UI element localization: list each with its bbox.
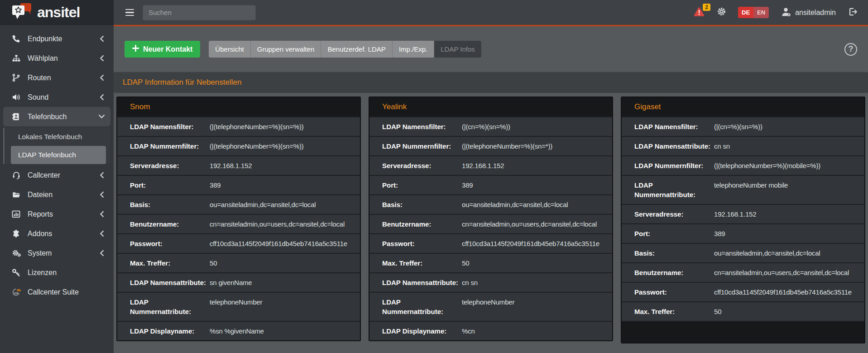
volume-icon xyxy=(12,93,23,102)
new-contact-button[interactable]: Neuer Kontakt xyxy=(125,41,200,58)
info-label: LDAP Nummernattribute: xyxy=(634,180,714,199)
plus-icon xyxy=(132,45,139,53)
info-value: telephoneNumber xyxy=(462,297,514,316)
sidebar-item-callcenter[interactable]: Callcenter xyxy=(0,165,114,185)
info-row: LDAP Nummernattribute: telephoneNumber xyxy=(369,292,612,321)
info-row: LDAP Namensattribute: cn sn xyxy=(369,272,612,292)
info-label: LDAP Nummernfilter: xyxy=(130,141,210,151)
info-value: ou=ansiteladmin,dc=ansitel,dc=local xyxy=(462,200,568,209)
info-label: LDAP Namensattribute: xyxy=(382,278,462,287)
info-value: 50 xyxy=(462,258,469,268)
panel-body: LDAP Namensfilter: (|(cn=%)(sn=%)) LDAP … xyxy=(622,116,864,343)
help-icon: ? xyxy=(849,44,854,54)
sidebar-item-label: Sound xyxy=(28,93,48,102)
logout-button[interactable] xyxy=(848,7,858,18)
info-value: telephoneNumber mobile xyxy=(714,180,788,199)
info-label: Benutzername: xyxy=(382,219,462,229)
toolbar-button-uebersicht[interactable]: Übersicht xyxy=(209,41,250,58)
info-label: LDAP Displayname: xyxy=(382,326,462,336)
info-value: cn sn xyxy=(462,278,478,287)
info-value: 50 xyxy=(714,307,721,316)
folder-icon xyxy=(12,191,23,199)
cs-icon: cs xyxy=(12,288,23,297)
content: Neuer Kontakt ÜbersichtGruppen verwalten… xyxy=(114,26,868,353)
toolbar-button-imp-exp[interactable]: Imp./Exp. xyxy=(393,41,434,58)
addressbook-icon xyxy=(12,112,23,121)
panel-title: Yealink xyxy=(382,102,407,111)
sidebar-item-telefonbuch[interactable]: Telefonbuch xyxy=(3,107,110,126)
info-value: 389 xyxy=(210,180,221,190)
sidebar-subitem-lokales-telefonbuch[interactable]: Lokales Telefonbuch xyxy=(4,128,110,146)
chevron-left-icon xyxy=(100,172,104,178)
chevron-left-icon xyxy=(100,250,104,256)
ldap-panels: Snom LDAP Namensfilter: (|(telephoneNumb… xyxy=(116,97,865,343)
info-label: Max. Treffer: xyxy=(382,258,462,268)
info-label: Max. Treffer: xyxy=(634,307,714,316)
panel-title: Gigaset xyxy=(634,102,661,111)
sidebar-item-routen[interactable]: Routen xyxy=(0,68,114,87)
chart-icon xyxy=(12,210,23,218)
sidebar-item-system[interactable]: System xyxy=(0,243,114,263)
panel-header: Yealink xyxy=(369,97,612,116)
sidebar-item-label: Dateien xyxy=(28,191,53,199)
language-toggle[interactable]: DE EN xyxy=(738,7,769,18)
info-value: cn=ansiteladmin,ou=users,dc=ansitel,dc=l… xyxy=(462,219,597,229)
sidebar-item-lizenzen[interactable]: Lizenzen xyxy=(0,263,114,282)
lang-de[interactable]: DE xyxy=(738,7,753,18)
topbar-right: 2 DE EN xyxy=(693,7,858,19)
toolbar-button-gruppen-verwalten[interactable]: Gruppen verwalten xyxy=(251,41,321,58)
settings-button[interactable] xyxy=(717,7,726,18)
app-window: ansitel Endpunkte Wählplan Routen Sound … xyxy=(0,0,868,353)
info-row: Serveradresse: 192.168.1.152 xyxy=(369,155,612,175)
username: ansiteladmin xyxy=(795,9,836,17)
sidebar-subitem-ldap-telefonbuch[interactable]: LDAP Telefonbuch xyxy=(11,146,106,164)
info-label: Max. Treffer: xyxy=(130,258,210,268)
user-menu[interactable]: ansiteladmin xyxy=(781,7,836,18)
search-input[interactable] xyxy=(143,5,256,20)
svg-text:cs: cs xyxy=(14,290,18,295)
info-row: Port: 389 xyxy=(369,175,612,194)
chevron-left-icon xyxy=(100,192,104,198)
info-row: Passwort: cff10cd3a1145f2049f161db45eb74… xyxy=(622,282,864,301)
info-value: cff10cd3a1145f2049f161db45eb7416a5c3511e xyxy=(714,287,852,297)
info-label: Benutzername: xyxy=(130,219,210,229)
info-row: LDAP Nummernfilter: (|(telephoneNumber=%… xyxy=(369,136,612,155)
sidebar-item-waehlplan[interactable]: Wählplan xyxy=(0,48,114,68)
warnings-button[interactable]: 2 xyxy=(693,7,705,19)
sidebar-item-sound[interactable]: Sound xyxy=(0,87,114,107)
menu-icon[interactable] xyxy=(125,8,135,17)
sidebar-nav: Endpunkte Wählplan Routen Sound Telefonb… xyxy=(0,25,114,302)
info-value: %sn %givenName xyxy=(210,326,264,336)
toolbar-button-ldap-infos[interactable]: LDAP Infos xyxy=(434,41,481,58)
sidebar-item-reports[interactable]: Reports xyxy=(0,204,114,224)
panel-footer xyxy=(622,321,864,343)
help-button[interactable]: ? xyxy=(844,43,857,56)
puzzle-icon xyxy=(12,229,23,238)
info-value: 50 xyxy=(210,258,217,268)
info-value: 192.168.1.152 xyxy=(714,209,756,219)
info-row: Passwort: cff10cd3a1145f2049f161db45eb74… xyxy=(117,233,360,253)
sidebar-item-label: Endpunkte xyxy=(28,35,62,43)
info-row: Max. Treffer: 50 xyxy=(369,253,612,272)
info-label: Benutzername: xyxy=(634,268,714,277)
headset-icon xyxy=(12,171,23,179)
info-value: cff10cd3a1145f2049f161db45eb7416a5c3511e xyxy=(462,239,599,248)
sidebar-item-callcenter-suite[interactable]: cs Callcenter Suite xyxy=(0,282,114,302)
info-row: LDAP Nummernfilter: (|(telephoneNumber=%… xyxy=(622,155,864,175)
info-label: Port: xyxy=(130,180,210,190)
sidebar-item-dateien[interactable]: Dateien xyxy=(0,185,114,204)
info-label: Serveradresse: xyxy=(382,161,462,170)
info-label: Port: xyxy=(382,180,462,190)
toolbar-button-benutzerdef-ldap[interactable]: Benutzerdef. LDAP xyxy=(321,41,392,58)
sitemap-icon xyxy=(12,54,23,63)
info-value: (|(telephoneNumber=%)(mobile=%)) xyxy=(714,161,820,170)
info-row: Basis: ou=ansiteladmin,dc=ansitel,dc=loc… xyxy=(369,194,612,214)
sidebar-item-label: Routen xyxy=(28,74,51,82)
sidebar-item-addons[interactable]: Addons xyxy=(0,224,114,243)
brand-logo[interactable]: ansitel xyxy=(0,0,114,25)
lang-en[interactable]: EN xyxy=(753,7,769,18)
page-heading-bar: LDAP Information für Nebenstellen xyxy=(114,72,868,93)
sidebar-item-endpunkte[interactable]: Endpunkte xyxy=(0,29,114,48)
info-label: Passwort: xyxy=(634,287,714,297)
sidebar-subitem-label: LDAP Telefonbuch xyxy=(18,151,76,159)
